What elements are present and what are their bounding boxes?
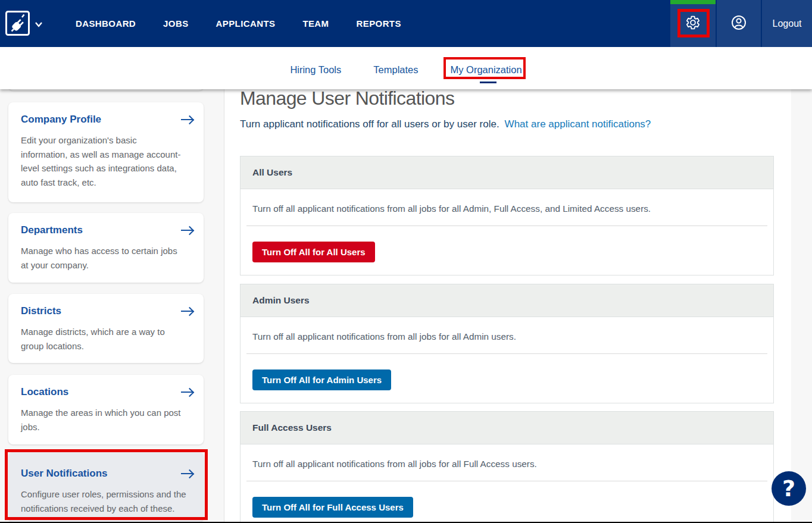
turn-off-all-users-button[interactable]: Turn Off All for All Users	[252, 242, 375, 262]
nav-applicants[interactable]: APPLICANTS	[216, 18, 276, 29]
annotation-box-gear	[677, 9, 710, 37]
card-desc: Manage the areas in which you can post j…	[21, 406, 184, 434]
panel-all-users: All Users Turn off all applicant notific…	[240, 156, 774, 275]
sidebar-card-company-profile[interactable]: Company Profile → Edit your organization…	[8, 102, 204, 202]
nav-dashboard[interactable]: DASHBOARD	[76, 18, 136, 29]
sidebar-card-locations[interactable]: Locations → Manage the areas in which yo…	[8, 375, 204, 444]
help-label: ?	[782, 475, 795, 502]
card-desc: Manage districts, which are a way to gro…	[21, 325, 184, 353]
applicantpro-logo-icon[interactable]	[5, 11, 30, 36]
logout-label: Logout	[773, 18, 802, 29]
annotation-box-user-notifications	[5, 449, 208, 520]
active-tab-underline	[480, 82, 496, 83]
applicant-notifications-link[interactable]: What are applicant notifications?	[505, 118, 651, 130]
annotation-box-my-organization	[444, 57, 526, 79]
nav-reports[interactable]: REPORTS	[357, 18, 401, 29]
panel-desc: Turn off all applicant notifications fro…	[252, 202, 761, 215]
card-title: Locations	[21, 386, 68, 398]
card-title: Districts	[21, 305, 61, 317]
active-section-indicator	[670, 0, 716, 4]
tab-templates[interactable]: Templates	[373, 64, 418, 76]
nav-jobs[interactable]: JOBS	[163, 18, 188, 29]
panel-title: Full Access Users	[252, 422, 332, 433]
panel-full-access-users: Full Access Users Turn off all applicant…	[240, 411, 774, 523]
card-title: Departments	[21, 224, 83, 236]
settings-subnav: Hiring Tools Templates My Organization	[0, 47, 812, 89]
panel-admin-users: Admin Users Turn off all applicant notif…	[240, 284, 774, 403]
divider	[246, 226, 767, 226]
person-icon[interactable]	[730, 14, 748, 34]
help-button[interactable]: ?	[772, 471, 806, 506]
main-menu: DASHBOARD JOBS APPLICANTS TEAM REPORTS	[76, 0, 429, 47]
turn-off-full-access-users-button[interactable]: Turn Off All for Full Access Users	[252, 497, 413, 518]
panel-desc: Turn off all applicant notifications fro…	[252, 330, 761, 343]
arrow-right-icon[interactable]: →	[181, 115, 194, 124]
card-title: Company Profile	[21, 114, 101, 126]
sidebar-card-districts[interactable]: Districts → Manage districts, which are …	[8, 294, 204, 363]
divider	[246, 481, 767, 481]
page-title: Manage User Notifications	[240, 87, 454, 109]
account-section[interactable]	[717, 0, 761, 47]
panel-desc: Turn off all applicant notifications fro…	[252, 458, 761, 471]
panel-title: All Users	[252, 167, 292, 178]
tab-hiring-tools[interactable]: Hiring Tools	[290, 64, 341, 76]
divider	[246, 353, 767, 354]
page-subtitle: Turn applicant notifications off for all…	[240, 118, 499, 130]
panel-title: Admin Users	[252, 295, 310, 306]
main-content: Manage User Notifications Turn applicant…	[224, 89, 791, 523]
logout-button[interactable]: Logout	[762, 0, 812, 47]
arrow-right-icon[interactable]: →	[181, 387, 194, 397]
card-desc: Manage who has access to certain jobs at…	[21, 244, 184, 272]
turn-off-admin-users-button[interactable]: Turn Off All for Admin Users	[252, 369, 391, 390]
arrow-right-icon[interactable]: →	[181, 306, 194, 316]
nav-team[interactable]: TEAM	[302, 18, 329, 29]
chevron-down-icon[interactable]	[34, 20, 43, 27]
right-scroll-gutter[interactable]	[791, 89, 812, 523]
card-desc: Edit your organization's basic informati…	[21, 133, 184, 189]
arrow-right-icon[interactable]: →	[181, 226, 194, 235]
sidebar-card-departments[interactable]: Departments → Manage who has access to c…	[8, 213, 204, 283]
